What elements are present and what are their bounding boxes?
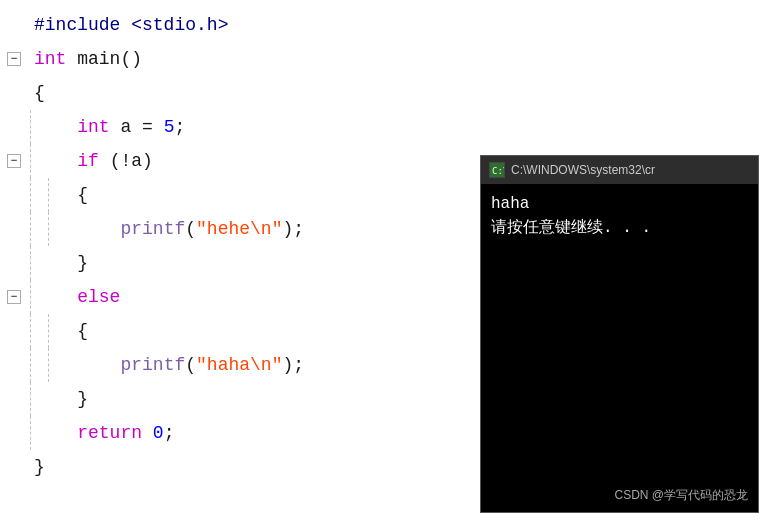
- indent-guide-2: [30, 144, 31, 178]
- code-text-13: return 0;: [30, 416, 480, 450]
- code-line-7: printf("hehe\n");: [0, 212, 480, 246]
- indent-guide-3: [30, 178, 31, 212]
- terminal-output-prompt: 请按任意键继续. . .: [491, 216, 748, 240]
- collapse-else[interactable]: −: [7, 290, 21, 304]
- indent-guide-4: [30, 212, 31, 246]
- code-text-7: printf("hehe\n");: [30, 212, 480, 246]
- code-line-5: − if (!a): [0, 144, 480, 178]
- indent-guide-3b: [48, 178, 49, 212]
- collapse-if[interactable]: −: [7, 154, 21, 168]
- indent-guide-10: [30, 416, 31, 450]
- code-text-3: {: [30, 76, 480, 110]
- indent-guide-8b: [48, 348, 49, 382]
- code-text-8: }: [30, 246, 480, 280]
- indent-guide-9: [30, 382, 31, 416]
- code-text-2: int main(): [30, 42, 480, 76]
- code-line-11: printf("haha\n");: [0, 348, 480, 382]
- indent-guide-5: [30, 246, 31, 280]
- terminal-title: C:\WINDOWS\system32\cr: [511, 163, 655, 177]
- terminal-output-haha: haha: [491, 192, 748, 216]
- gutter-2[interactable]: −: [0, 52, 30, 66]
- code-text-14: }: [30, 450, 480, 484]
- gutter-5[interactable]: −: [0, 154, 30, 168]
- code-line-10: {: [0, 314, 480, 348]
- code-text-4: int a = 5;: [30, 110, 480, 144]
- indent-guide-1: [30, 110, 31, 144]
- terminal-body: haha 请按任意键继续. . .: [481, 184, 758, 481]
- terminal-footer: CSDN @学写代码的恐龙: [481, 481, 758, 512]
- code-text-1: #include <stdio.h>: [30, 8, 480, 42]
- code-text-11: printf("haha\n");: [30, 348, 480, 382]
- code-line-9: − else: [0, 280, 480, 314]
- code-text-6: {: [30, 178, 480, 212]
- indent-guide-6: [30, 280, 31, 314]
- code-area: #include <stdio.h> − int main() { int a …: [0, 0, 480, 513]
- terminal-titlebar: C:\ C:\WINDOWS\system32\cr: [481, 156, 758, 184]
- code-text-9: else: [30, 280, 480, 314]
- code-line-4: int a = 5;: [0, 110, 480, 144]
- svg-text:C:\: C:\: [492, 166, 504, 176]
- editor: #include <stdio.h> − int main() { int a …: [0, 0, 759, 513]
- indent-guide-7b: [48, 314, 49, 348]
- code-line-8: }: [0, 246, 480, 280]
- terminal-icon: C:\: [489, 162, 505, 178]
- collapse-main[interactable]: −: [7, 52, 21, 66]
- code-line-14: }: [0, 450, 480, 484]
- code-line-3: {: [0, 76, 480, 110]
- code-line-12: }: [0, 382, 480, 416]
- code-line-13: return 0;: [0, 416, 480, 450]
- gutter-9[interactable]: −: [0, 290, 30, 304]
- code-text-10: {: [30, 314, 480, 348]
- indent-guide-7: [30, 314, 31, 348]
- code-line-2: − int main(): [0, 42, 480, 76]
- terminal-window[interactable]: C:\ C:\WINDOWS\system32\cr haha 请按任意键继续.…: [480, 155, 759, 513]
- code-text-12: }: [30, 382, 480, 416]
- code-line-6: {: [0, 178, 480, 212]
- indent-guide-8: [30, 348, 31, 382]
- indent-guide-4b: [48, 212, 49, 246]
- code-text-5: if (!a): [30, 144, 480, 178]
- code-line-1: #include <stdio.h>: [0, 8, 480, 42]
